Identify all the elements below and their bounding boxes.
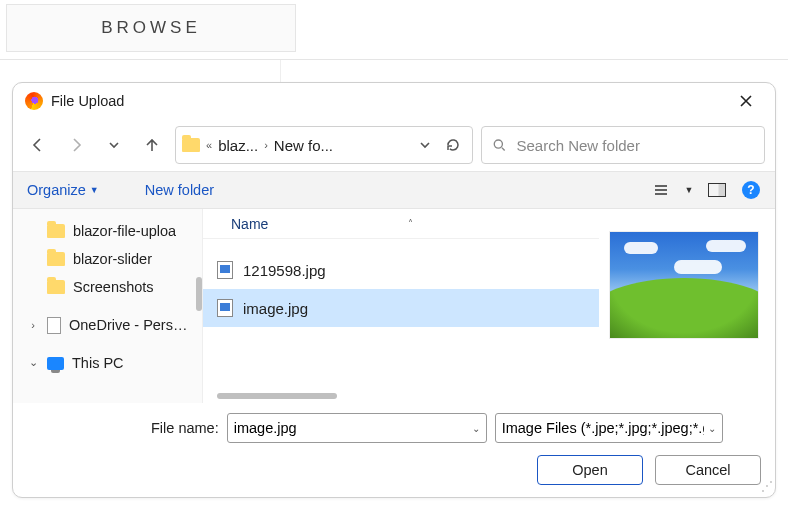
firefox-icon [25, 92, 43, 110]
filename-input[interactable] [234, 420, 468, 436]
document-icon [47, 317, 61, 334]
filetype-text: Image Files (*.jpe;*.jpg;*.jpeg;*.g [502, 420, 704, 436]
file-row-selected[interactable]: image.jpg [203, 289, 599, 327]
breadcrumb-seg-1[interactable]: blaz... [218, 137, 258, 154]
file-row[interactable]: 1219598.jpg [203, 251, 599, 289]
open-button[interactable]: Open [537, 455, 643, 485]
image-file-icon [217, 299, 233, 317]
help-icon: ? [742, 181, 760, 199]
refresh-button[interactable] [440, 130, 466, 160]
tree-item-thispc[interactable]: ⌄ This PC [13, 349, 202, 377]
search-box[interactable] [481, 126, 765, 164]
caret-down-icon: ▼ [685, 185, 694, 195]
filename-label: File name: [151, 420, 219, 436]
cancel-label: Cancel [685, 462, 730, 478]
preview-image [609, 231, 759, 339]
navbar: « blaz... › New fo... [13, 119, 775, 171]
dialog-title: File Upload [51, 93, 124, 109]
recent-dropdown[interactable] [99, 130, 129, 160]
organize-menu[interactable]: Organize ▼ [23, 180, 103, 200]
tree-item-label: blazor-slider [73, 251, 152, 267]
tree-item-label: Screenshots [73, 279, 154, 295]
view-dropdown[interactable]: ▼ [681, 176, 697, 204]
browse-label: BROWSE [101, 18, 201, 38]
titlebar: File Upload [13, 83, 775, 119]
scrollbar-thumb[interactable] [217, 393, 337, 399]
sort-indicator-icon: ˄ [408, 218, 413, 229]
cancel-button[interactable]: Cancel [655, 455, 761, 485]
chevron-down-icon[interactable]: ⌄ [472, 423, 480, 434]
tree-item-onedrive[interactable]: › OneDrive - Person [13, 311, 202, 339]
breadcrumb[interactable]: « blaz... › New fo... [175, 126, 473, 164]
close-icon [739, 94, 753, 108]
dialog-footer: File name: ⌄ Image Files (*.jpe;*.jpg;*.… [13, 403, 775, 497]
tree-item-label: This PC [72, 355, 124, 371]
monitor-icon [47, 357, 64, 370]
chevron-right-icon: › [262, 139, 270, 151]
toolbar: Organize ▼ New folder ▼ ? [13, 171, 775, 209]
chevron-down-icon [419, 139, 431, 151]
view-menu[interactable] [647, 176, 675, 204]
svg-rect-2 [719, 184, 726, 197]
breadcrumb-seg-2[interactable]: New fo... [274, 137, 333, 154]
tree-item[interactable]: Screenshots [13, 273, 202, 301]
folder-icon [182, 138, 200, 152]
help-button[interactable]: ? [737, 176, 765, 204]
svg-point-0 [494, 140, 502, 148]
preview-pane-toggle[interactable] [703, 176, 731, 204]
chevron-down-icon[interactable]: ⌄ [27, 356, 39, 369]
browse-button[interactable]: BROWSE [6, 4, 296, 52]
up-button[interactable] [137, 130, 167, 160]
column-label: Name [231, 216, 268, 232]
new-folder-button[interactable]: New folder [141, 180, 218, 200]
tree-item[interactable]: blazor-file-uploa [13, 217, 202, 245]
breadcrumb-sep: « [204, 139, 214, 151]
file-list: Name ˄ 1219598.jpg image.jpg [203, 209, 599, 403]
arrow-left-icon [29, 136, 47, 154]
search-icon [492, 137, 507, 153]
filetype-combo[interactable]: Image Files (*.jpe;*.jpg;*.jpeg;*.g ⌄ [495, 413, 723, 443]
preview-pane [599, 209, 775, 403]
resize-grip[interactable]: ⋰ [761, 483, 773, 495]
close-button[interactable] [739, 94, 763, 108]
refresh-icon [445, 137, 461, 153]
image-file-icon [217, 261, 233, 279]
scrollbar-thumb[interactable] [196, 277, 202, 311]
organize-label: Organize [27, 182, 86, 198]
search-input[interactable] [517, 137, 755, 154]
breadcrumb-dropdown[interactable] [414, 130, 436, 160]
chevron-right-icon[interactable]: › [27, 319, 39, 331]
horizontal-scrollbar[interactable] [217, 393, 377, 403]
back-button[interactable] [23, 130, 53, 160]
folder-icon [47, 224, 65, 238]
chevron-down-icon[interactable]: ⌄ [708, 423, 716, 434]
folder-icon [47, 252, 65, 266]
new-folder-label: New folder [145, 182, 214, 198]
filename-combo[interactable]: ⌄ [227, 413, 487, 443]
tree-item-label: OneDrive - Person [69, 317, 189, 333]
preview-pane-icon [708, 183, 726, 197]
caret-down-icon: ▼ [90, 185, 99, 195]
forward-button[interactable] [61, 130, 91, 160]
tree-item[interactable]: blazor-slider [13, 245, 202, 273]
arrow-up-icon [143, 136, 161, 154]
column-header-name[interactable]: Name ˄ [203, 209, 599, 239]
folder-icon [47, 280, 65, 294]
arrow-right-icon [67, 136, 85, 154]
open-label: Open [572, 462, 607, 478]
folder-tree: blazor-file-uploa blazor-slider Screensh… [13, 209, 203, 403]
chevron-down-icon [108, 139, 120, 151]
file-upload-dialog: File Upload « blaz... › New fo... [12, 82, 776, 498]
file-name: image.jpg [243, 300, 308, 317]
file-name: 1219598.jpg [243, 262, 326, 279]
tree-item-label: blazor-file-uploa [73, 223, 176, 239]
list-icon [653, 182, 669, 198]
